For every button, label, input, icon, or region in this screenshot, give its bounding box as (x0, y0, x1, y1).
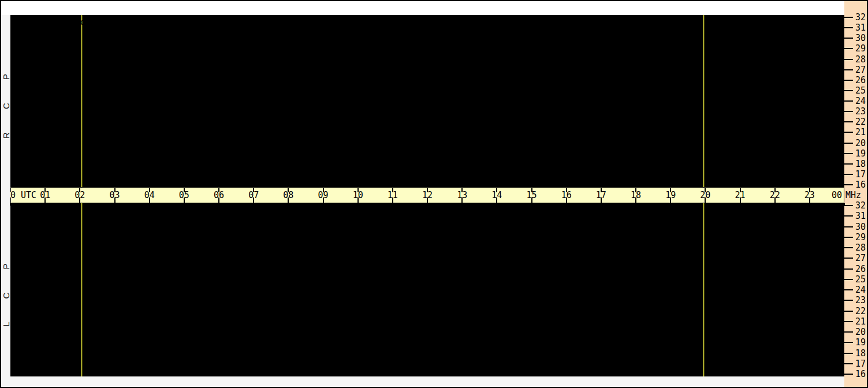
time-axis-tick (253, 188, 254, 192)
freq-axis-tick (844, 226, 853, 227)
time-axis-tick (740, 188, 741, 192)
freq-axis-label: 19 (855, 338, 866, 347)
freq-axis-label: 27 (855, 65, 866, 74)
time-axis-tick (288, 203, 289, 206)
time-axis-tick (531, 203, 532, 206)
freq-axis-label: 23 (855, 107, 866, 116)
freq-axis-label: 18 (855, 159, 866, 169)
freq-axis-label: 31 (855, 211, 866, 221)
time-axis-tick (705, 203, 706, 206)
freq-axis-label: 32 (855, 201, 866, 210)
time-axis-tick (566, 197, 567, 203)
time-axis-tick (253, 197, 254, 203)
time-axis-tick (705, 188, 706, 192)
freq-axis-label: 31 (855, 23, 866, 32)
time-axis-tick (670, 197, 671, 203)
lcp-polarization-label: L C P (1, 253, 11, 327)
panel-right-border (844, 15, 844, 376)
time-axis-tick (601, 197, 602, 203)
freq-axis-tick (844, 69, 853, 70)
time-axis-tick (566, 188, 567, 192)
freq-axis-label: 22 (855, 117, 866, 126)
time-axis-tick (44, 188, 46, 192)
time-axis-tick (809, 203, 810, 206)
time-axis-band: UTC 000102030405060708091011121314151617… (1, 187, 844, 203)
freq-axis-tick (844, 121, 853, 122)
freq-axis-label: 30 (855, 222, 866, 232)
time-axis-tick (323, 197, 324, 203)
freq-axis-label: 21 (855, 128, 866, 137)
freq-axis-label: 24 (855, 285, 866, 294)
lcp-polarization-label-box: L C P (1, 203, 10, 376)
freq-axis-tick (844, 268, 853, 270)
freq-axis-label: 18 (855, 349, 866, 358)
time-axis-tick (44, 197, 46, 203)
time-axis-tick (496, 188, 497, 192)
freq-axis-tick (844, 205, 853, 206)
time-axis-tick (601, 188, 602, 192)
freq-axis-label: 24 (855, 96, 866, 106)
freq-axis-label: 29 (855, 44, 866, 53)
freq-axis-tick (844, 132, 853, 133)
time-axis-tick (79, 203, 80, 206)
time-axis-tick (496, 203, 497, 206)
freq-axis-label: 27 (855, 253, 866, 263)
rcp-spectrogram (10, 15, 844, 187)
time-axis-tick (461, 197, 463, 203)
time-axis-tick (79, 188, 80, 192)
freq-axis-tick (844, 163, 853, 165)
freq-axis-tick (844, 279, 853, 280)
freq-axis-unit-label: MHz (845, 191, 861, 200)
freq-axis-label: 28 (855, 243, 866, 252)
freq-axis-label: 23 (855, 296, 866, 305)
title-bar: AJ4CO Observatory 26 Nov 2021 - DPS on T… (1, 1, 844, 15)
time-axis-tick (740, 203, 741, 206)
rcp-polarization-label: R C P (1, 64, 11, 139)
freq-axis-label: 17 (855, 170, 866, 179)
freq-axis-label: 30 (855, 33, 866, 43)
time-axis-tick (288, 188, 289, 192)
time-axis-tick (10, 203, 11, 206)
freq-axis-label: 32 (855, 13, 866, 22)
freq-axis-label: 26 (855, 76, 866, 85)
time-axis-tick (601, 203, 602, 206)
time-axis-tick (670, 203, 671, 206)
bottom-strip (1, 376, 844, 387)
freq-axis-label: 17 (855, 359, 866, 368)
freq-axis-tick (844, 215, 853, 217)
time-axis-tick (774, 197, 776, 203)
freq-axis-tick (844, 174, 853, 175)
time-axis-tick (184, 197, 185, 203)
time-axis-tick (635, 197, 636, 203)
time-axis-tick (531, 197, 532, 203)
time-axis-tick (774, 203, 776, 206)
time-axis-tick (844, 203, 845, 206)
time-axis-tick (496, 197, 497, 203)
freq-axis-tick (844, 80, 853, 81)
freq-axis-label: 26 (855, 264, 866, 274)
page-title: AJ4CO Observatory 26 Nov 2021 - DPS on T… (15, 17, 442, 27)
freq-axis-tick (844, 247, 853, 248)
time-axis-tick (809, 197, 810, 203)
freq-axis-tick (844, 363, 853, 364)
time-axis-tick (253, 203, 254, 206)
time-axis-tick (427, 203, 428, 206)
time-axis-tick (149, 203, 150, 206)
freq-axis-tick (844, 184, 853, 185)
freq-axis-sidebar: MHz 323130292827262524232221201918171632… (844, 1, 867, 387)
freq-axis-label: 21 (855, 317, 866, 326)
time-axis-tick (566, 203, 567, 206)
freq-axis-tick (844, 321, 853, 322)
freq-axis-tick (844, 38, 853, 39)
freq-axis-tick (844, 48, 853, 49)
time-axis-tick (705, 197, 706, 203)
freq-axis-label: 25 (855, 275, 866, 284)
time-axis-tick (114, 188, 116, 192)
time-axis-tick (44, 203, 46, 206)
freq-axis-label: 25 (855, 86, 866, 95)
freq-axis-tick (844, 111, 853, 112)
time-axis-tick (427, 188, 428, 192)
freq-axis-tick (844, 342, 853, 343)
time-axis-tick (184, 188, 185, 192)
rcp-polarization-label-box: R C P (1, 15, 10, 187)
